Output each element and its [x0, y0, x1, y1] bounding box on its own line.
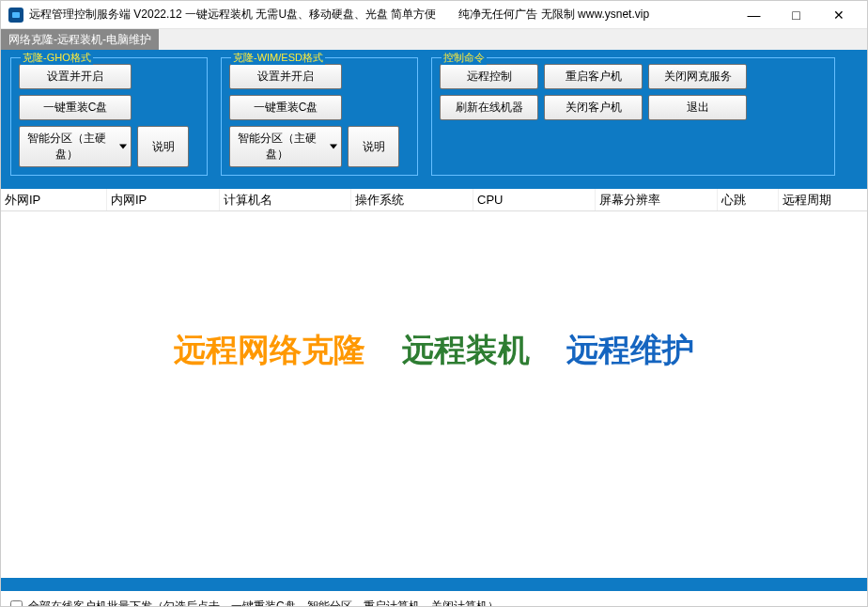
separator-bar: [1, 578, 867, 591]
refresh-online-button[interactable]: 刷新在线机器: [440, 95, 538, 120]
col-cpu[interactable]: CPU: [473, 189, 596, 210]
wim-help-button[interactable]: 说明: [348, 126, 399, 167]
col-remote-cycle[interactable]: 远程周期: [779, 189, 863, 210]
gho-set-button[interactable]: 设置并开启: [19, 64, 132, 89]
gho-help-button[interactable]: 说明: [137, 126, 189, 167]
maximize-button[interactable]: □: [775, 2, 817, 28]
col-os[interactable]: 操作系统: [351, 189, 473, 210]
shutdown-client-button[interactable]: 关闭客户机: [544, 95, 643, 120]
watermark-text: 远程网络克隆 远程装机 远程维护: [1, 329, 867, 372]
col-heartbeat[interactable]: 心跳: [718, 189, 779, 210]
exit-button[interactable]: 退出: [648, 95, 747, 120]
group-wim: 克隆-WIM/ESD格式 设置并开启 一键重装C盘 智能分区（主硬盘） 说明: [221, 57, 418, 176]
watermark-2: 远程装机: [402, 332, 530, 367]
minimize-button[interactable]: —: [733, 2, 775, 28]
remote-control-button[interactable]: 远程控制: [440, 64, 538, 89]
chevron-down-icon: [330, 145, 337, 149]
gho-partition-dropdown[interactable]: 智能分区（主硬盘）: [19, 126, 132, 167]
group-control: 控制命令 远程控制 重启客户机 关闭网克服务 刷新在线机器 关闭客户机 退出: [431, 57, 835, 176]
col-wan-ip[interactable]: 外网IP: [1, 189, 107, 210]
table-header-row: 外网IP 内网IP 计算机名 操作系统 CPU 屏幕分辨率 心跳 远程周期: [1, 189, 867, 211]
wim-set-button[interactable]: 设置并开启: [229, 64, 342, 89]
table-body[interactable]: 远程网络克隆 远程装机 远程维护: [1, 211, 867, 578]
close-button[interactable]: ✕: [817, 2, 860, 28]
watermark-3: 远程维护: [566, 332, 694, 367]
toolbar-panel: 克隆-GHO格式 设置并开启 一键重装C盘 智能分区（主硬盘） 说明 克隆-WI…: [1, 50, 867, 189]
col-lan-ip[interactable]: 内网IP: [107, 189, 220, 210]
group-control-legend: 控制命令: [442, 51, 487, 65]
restart-client-button[interactable]: 重启客户机: [544, 64, 643, 89]
group-gho: 克隆-GHO格式 设置并开启 一键重装C盘 智能分区（主硬盘） 说明: [10, 57, 208, 176]
batch-checkbox[interactable]: [10, 600, 23, 607]
tab-main[interactable]: 网络克隆-远程装机-电脑维护: [1, 29, 159, 50]
wim-partition-dropdown[interactable]: 智能分区（主硬盘）: [229, 126, 342, 167]
gho-reinstall-button[interactable]: 一键重装C盘: [19, 95, 132, 120]
group-gho-legend: 克隆-GHO格式: [21, 51, 93, 65]
chevron-down-icon: [119, 145, 127, 149]
col-resolution[interactable]: 屏幕分辨率: [596, 189, 718, 210]
col-computer-name[interactable]: 计算机名: [220, 189, 351, 210]
footer-bar: 全部在线客户机批量下发（勾选后点击 一键重装C盘、智能分区、重启计算机、关闭计算…: [1, 591, 867, 607]
window-controls: — □ ✕: [733, 2, 860, 28]
watermark-1: 远程网络克隆: [174, 332, 365, 367]
tab-strip: 网络克隆-远程装机-电脑维护: [1, 29, 867, 50]
app-icon: [8, 8, 23, 23]
batch-checkbox-label: 全部在线客户机批量下发（勾选后点击 一键重装C盘、智能分区、重启计算机、关闭计算…: [28, 599, 499, 607]
wim-reinstall-button[interactable]: 一键重装C盘: [229, 95, 342, 120]
close-netclone-button[interactable]: 关闭网克服务: [648, 64, 747, 89]
group-wim-legend: 克隆-WIM/ESD格式: [231, 51, 325, 65]
window-title: 远程管理控制服务端 V2022.12 一键远程装机 无需U盘、移动硬盘、光盘 简…: [29, 7, 733, 23]
window-titlebar: 远程管理控制服务端 V2022.12 一键远程装机 无需U盘、移动硬盘、光盘 简…: [1, 1, 867, 29]
